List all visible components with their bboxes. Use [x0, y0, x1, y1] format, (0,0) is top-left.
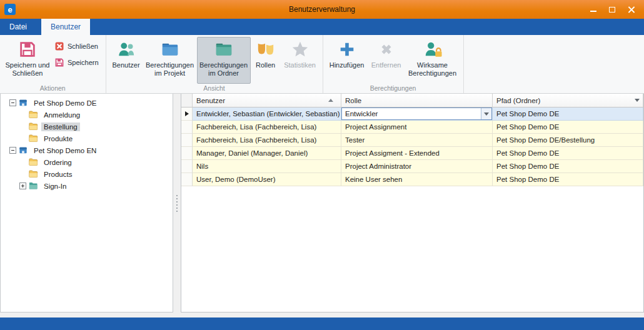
tree-item-sign-in[interactable]: Sign-In: [1, 180, 173, 192]
cell-pfad[interactable]: Pet Shop Demo DE: [493, 108, 643, 121]
cell-benutzer[interactable]: Fachbereich, Lisa (Fachbereich, Lisa): [193, 121, 341, 134]
tab-datei[interactable]: Datei: [0, 19, 36, 35]
close-red-icon: [54, 41, 64, 51]
rollen-button[interactable]: Rollen: [251, 37, 281, 84]
ribbon-group-ansicht: Benutzer Berechtigungen im Projekt Berec…: [106, 35, 323, 93]
combobox-dropdown-button[interactable]: [481, 108, 491, 119]
folder-tree: Pet Shop Demo DE Anmeldung Bestellung Pr…: [0, 94, 173, 312]
title-bar: e Benutzerverwaltung: [0, 0, 644, 19]
column-header-rolle[interactable]: Rolle: [341, 94, 493, 108]
cell-rolle[interactable]: Project Assigment - Extended: [341, 147, 493, 160]
grid-row[interactable]: Nils Project Administrator Pet Shop Demo…: [181, 160, 643, 173]
cell-benutzer[interactable]: Nils: [193, 160, 341, 173]
cell-rolle[interactable]: Project Administrator: [341, 160, 493, 173]
column-chooser-button[interactable]: [632, 94, 642, 106]
status-bar: [0, 318, 644, 330]
row-indicator: [181, 121, 193, 134]
cell-benutzer[interactable]: Entwickler, Sebastian (Entwickler, Sebas…: [193, 108, 341, 121]
chevron-down-icon: [484, 112, 489, 116]
ribbon-button-label: Wirksame Berechtigungen: [407, 61, 458, 77]
ribbon-button-label: Hinzufügen: [330, 61, 365, 69]
collapse-icon[interactable]: [9, 99, 16, 106]
tree-item-anmeldung[interactable]: Anmeldung: [1, 109, 173, 121]
close-view-button[interactable]: Schließen: [54, 41, 99, 52]
panel-splitter[interactable]: [173, 94, 181, 312]
folder-icon: [28, 169, 38, 179]
row-indicator: [181, 173, 193, 186]
column-header-benutzer[interactable]: Benutzer: [193, 94, 341, 108]
cell-rolle[interactable]: Project Assignment: [341, 121, 493, 134]
ribbon-tab-bar: Datei Benutzer: [0, 19, 644, 35]
tab-benutzer[interactable]: Benutzer: [41, 19, 90, 35]
remove-x-icon: [377, 40, 396, 59]
tree-item-label: Products: [41, 170, 74, 179]
ribbon-button-label: Statistiken: [284, 61, 316, 69]
cell-rolle[interactable]: Keine User sehen: [341, 173, 493, 186]
group-caption-aktionen: Aktionen: [2, 84, 104, 93]
tree-item-label: Anmeldung: [41, 111, 83, 119]
save-and-close-button[interactable]: Speichern und Schließen: [3, 37, 52, 84]
window-controls: [584, 0, 640, 19]
folder-icon: [28, 134, 38, 143]
tree-item-bestellung[interactable]: Bestellung: [1, 121, 173, 132]
grid-row[interactable]: Manager, Daniel (Manager, Daniel) Projec…: [181, 147, 643, 160]
rolle-combobox[interactable]: Entwickler: [341, 108, 492, 120]
ribbon-button-label: Entfernen: [371, 61, 401, 69]
grid-row[interactable]: Entwickler, Sebastian (Entwickler, Sebas…: [181, 108, 643, 121]
hinzufuegen-button[interactable]: Hinzufügen: [326, 37, 368, 84]
row-indicator: [181, 147, 193, 160]
cell-pfad[interactable]: Pet Shop Demo DE: [493, 121, 643, 134]
cell-benutzer[interactable]: Fachbereich, Lisa (Fachbereich, Lisa): [193, 134, 341, 147]
tree-item-label: Bestellung: [41, 122, 80, 131]
tree-item-label: Pet Shop Demo EN: [31, 146, 99, 155]
maximize-button[interactable]: [603, 2, 621, 16]
close-button[interactable]: [621, 2, 640, 16]
row-indicator: [181, 134, 193, 147]
grid-row[interactable]: Fachbereich, Lisa (Fachbereich, Lisa) Pr…: [181, 121, 643, 134]
tree-item-pet-shop-demo-de[interactable]: Pet Shop Demo DE: [1, 97, 173, 109]
berechtigungen-im-ordner-button[interactable]: Berechtigungen im Ordner: [197, 37, 251, 84]
grid-row[interactable]: Fachbereich, Lisa (Fachbereich, Lisa) Te…: [181, 134, 643, 147]
app-icon: e: [4, 4, 16, 15]
cell-pfad[interactable]: Pet Shop Demo DE: [493, 173, 643, 186]
focused-row-arrow-icon: [185, 111, 189, 116]
ribbon: Speichern und Schließen Schließen Speich…: [0, 35, 644, 94]
berechtigungen-im-projekt-button[interactable]: Berechtigungen im Projekt: [143, 37, 197, 84]
folder-icon: [28, 110, 38, 119]
benutzer-view-button[interactable]: Benutzer: [109, 37, 143, 84]
main-area: Pet Shop Demo DE Anmeldung Bestellung Pr…: [0, 94, 644, 312]
folder-teal-icon: [28, 181, 38, 191]
minimize-icon: [590, 11, 596, 12]
tree-item-label: Sign-In: [41, 182, 69, 191]
statistiken-button: Statistiken: [281, 37, 319, 84]
cell-benutzer[interactable]: Manager, Daniel (Manager, Daniel): [193, 147, 341, 160]
permissions-grid: Benutzer Rolle Pfad (Ordner) Entwickler,…: [181, 94, 644, 312]
folder-icon: [28, 158, 38, 167]
ribbon-button-label: Speichern und Schließen: [5, 61, 50, 77]
cell-pfad[interactable]: Pet Shop Demo DE/Bestellung: [493, 134, 643, 147]
cell-rolle[interactable]: Tester: [341, 134, 493, 147]
combobox-value: Entwickler: [342, 110, 481, 118]
tree-item-label: Pet Shop Demo DE: [31, 99, 99, 108]
cell-pfad[interactable]: Pet Shop Demo DE: [493, 160, 643, 173]
column-label: Benutzer: [196, 97, 225, 104]
wirksame-berechtigungen-button[interactable]: Wirksame Berechtigungen: [405, 37, 460, 84]
tree-item-products[interactable]: Products: [1, 168, 173, 180]
grid-row[interactable]: User, Demo (DemoUser) Keine User sehen P…: [181, 173, 643, 186]
folder-icon: [28, 122, 38, 131]
row-indicator: [181, 160, 193, 173]
cell-pfad[interactable]: Pet Shop Demo DE: [493, 147, 643, 160]
cell-rolle: Entwickler: [341, 108, 493, 121]
tree-item-pet-shop-demo-en[interactable]: Pet Shop Demo EN: [1, 144, 173, 156]
tree-item-ordering[interactable]: Ordering: [1, 156, 173, 168]
ribbon-button-label: Schließen: [68, 42, 98, 50]
column-header-pfad[interactable]: Pfad (Ordner): [493, 94, 643, 108]
tree-item-produkte[interactable]: Produkte: [1, 132, 173, 144]
cell-benutzer[interactable]: User, Demo (DemoUser): [193, 173, 341, 186]
collapse-icon[interactable]: [9, 147, 16, 154]
star-icon: [291, 40, 309, 59]
expand-icon[interactable]: [19, 182, 26, 189]
small-button-column: Schließen Speichern: [52, 37, 103, 84]
save-button[interactable]: Speichern: [54, 57, 99, 68]
minimize-button[interactable]: [584, 2, 603, 16]
